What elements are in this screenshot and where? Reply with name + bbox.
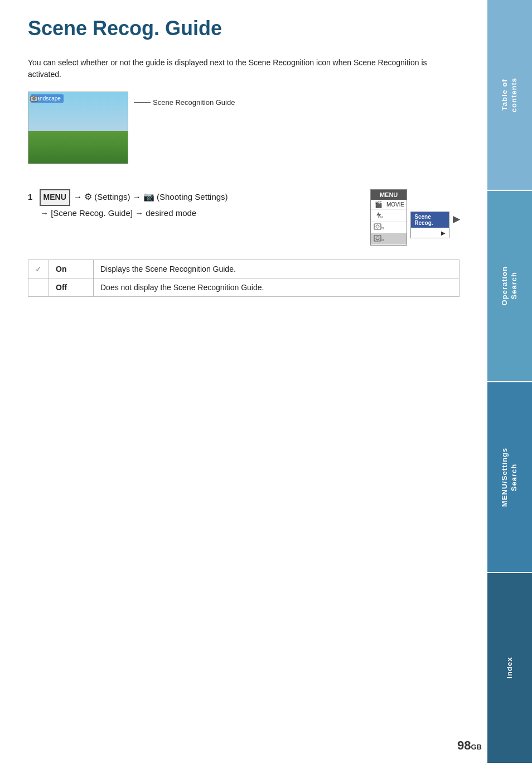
svg-text:OFF: OFF [381, 227, 384, 230]
image-caption-text: Scene Recognition Guide [153, 98, 235, 107]
page-number-value: 98 [457, 738, 471, 752]
page-number: 98GB [457, 738, 482, 753]
description-text: You can select whether or not the guide … [28, 57, 460, 80]
shoot-mode-icon: OFF [374, 234, 384, 242]
arrow-4: → [135, 208, 143, 218]
sidebar-section-menu[interactable]: MENU/SettingsSearch [487, 382, 532, 573]
option-description-on: Displays the Scene Recognition Guide. [94, 260, 460, 278]
menu-row-movie: 🎬 MOVIE [371, 200, 407, 210]
svg-point-6 [376, 225, 379, 228]
right-indicator-icon: ▶ [453, 214, 460, 224]
movie-icon: 🎬 [373, 201, 384, 208]
sidebar-section-toc[interactable]: Table ofcontents [487, 0, 532, 191]
arrow-1: → [74, 192, 82, 201]
arrow-2: → [133, 192, 141, 201]
desired-mode-label: desired mode [146, 208, 196, 218]
image-background: Landscape [28, 92, 128, 164]
image-area: Landscape [28, 92, 460, 175]
camera-icon-small [30, 93, 38, 103]
option-label-off: Off [49, 278, 94, 297]
main-content: Scene Recog. Guide You can select whethe… [0, 0, 487, 325]
menu-panel: MENU 🎬 MOVIE AUTO [370, 189, 407, 246]
table-row: Off Does not display the Scene Recogniti… [28, 278, 460, 297]
scene-guide-label-step: [Scene Recog. Guide] [51, 208, 133, 218]
submenu-highlighted-row: Scene Recog. [411, 212, 449, 228]
menu-row-scene: OFF [371, 222, 407, 233]
sidebar: Table ofcontents OperationSearch MENU/Se… [487, 0, 532, 764]
shooting-label: (Shooting Settings) [157, 192, 228, 201]
flash-auto-icon: AUTO [374, 211, 383, 219]
option-label-on: On [49, 260, 94, 278]
menu-title: MENU [371, 190, 407, 200]
sidebar-menu-label: MENU/SettingsSearch [500, 448, 519, 507]
check-cell-off [28, 278, 49, 297]
scene-recognition-image: Landscape [28, 92, 128, 164]
options-table: ✓ On Displays the Scene Recognition Guid… [28, 260, 460, 297]
check-cell-on: ✓ [28, 260, 49, 278]
menu-keyword: MENU [40, 189, 70, 206]
sidebar-section-index[interactable]: Index [487, 573, 532, 764]
svg-point-9 [376, 237, 379, 240]
page-number-suffix: GB [471, 743, 482, 751]
svg-rect-2 [32, 95, 34, 97]
right-arrow-indicator: ▶ [453, 214, 460, 224]
scene-mode-icon: OFF [374, 223, 384, 230]
caption-connector-line [134, 102, 151, 103]
page-title: Scene Recog. Guide [28, 17, 460, 46]
menu-row-auto: AUTO [371, 210, 407, 222]
step-instructions: 1 MENU → ⚙ (Settings) → 📷 (Shooting Sett… [28, 189, 359, 220]
step-section: 1 MENU → ⚙ (Settings) → 📷 (Shooting Sett… [28, 189, 460, 246]
menu-movie-label: MOVIE [386, 201, 404, 208]
svg-text:AUTO: AUTO [380, 215, 383, 219]
step-continuation: → [Scene Recog. Guide] → desired mode [40, 208, 196, 218]
step-number: 1 [28, 192, 32, 201]
submenu-panel: Scene Recog. ▶ [410, 212, 449, 238]
svg-text:OFF: OFF [381, 238, 384, 242]
settings-label: (Settings) [94, 192, 130, 201]
page-wrapper: Scene Recog. Guide You can select whethe… [0, 0, 532, 764]
option-description-off: Does not display the Scene Recognition G… [94, 278, 460, 297]
scene-icon: OFF [373, 223, 384, 232]
sidebar-index-label: Index [505, 657, 515, 679]
arrow-3: → [40, 208, 49, 218]
submenu-play-row: ▶ [411, 228, 449, 238]
sidebar-section-operation[interactable]: OperationSearch [487, 191, 532, 382]
menu-diagram: MENU 🎬 MOVIE AUTO [370, 189, 460, 246]
sidebar-operation-label: OperationSearch [500, 266, 519, 305]
shooting-icon: 📷 [143, 192, 154, 201]
auto-icon: AUTO [373, 211, 384, 220]
table-row: ✓ On Displays the Scene Recognition Guid… [28, 260, 460, 278]
sidebar-toc-label: Table ofcontents [500, 78, 519, 112]
shoot-icon: OFF [373, 234, 384, 243]
svg-point-1 [32, 97, 35, 100]
settings-icon: ⚙ [84, 192, 92, 201]
menu-row-shoot: OFF [371, 233, 407, 245]
checkmark-icon: ✓ [35, 265, 42, 273]
